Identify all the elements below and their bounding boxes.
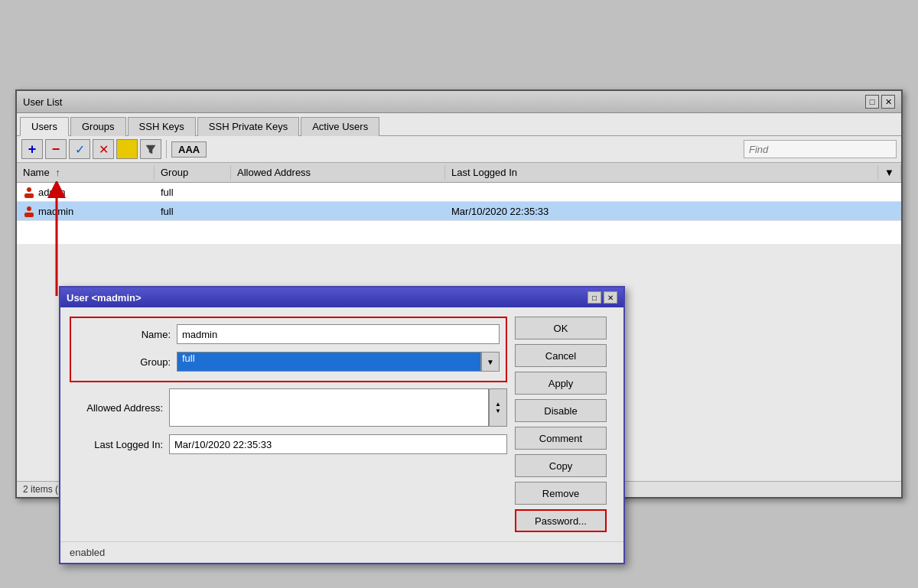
- ok-button[interactable]: OK: [515, 317, 607, 339]
- name-input[interactable]: [177, 324, 500, 344]
- address-label: Allowed Address:: [70, 402, 169, 414]
- table-header: Name ↑ Group Allowed Address Last Logged…: [17, 163, 901, 183]
- modal-controls: □ ✕: [588, 291, 617, 304]
- col-name: Name ↑: [17, 165, 155, 180]
- cell-group: full: [155, 203, 231, 219]
- cell-last-logged-in: [445, 184, 901, 200]
- comment-button[interactable]: Comment: [515, 427, 607, 450]
- modal-status: enabled: [60, 541, 623, 563]
- table-body: admin full madmin full Mar/10/2020 22:35…: [17, 183, 901, 244]
- cell-last-logged-in: Mar/10/2020 22:35:33: [445, 203, 901, 219]
- tab-active-users[interactable]: Active Users: [301, 117, 379, 136]
- name-label: Name:: [77, 329, 177, 340]
- last-logged-label: Last Logged In:: [70, 439, 169, 450]
- password-button[interactable]: Password...: [515, 509, 607, 532]
- col-group: Group: [155, 165, 231, 180]
- apply-button[interactable]: Apply: [515, 372, 607, 395]
- tabs-bar: Users Groups SSH Keys SSH Private Keys A…: [17, 113, 901, 136]
- modal-content: Name: Group: full ▼ Allowed Address:: [60, 307, 623, 541]
- name-group-box: Name: Group: full ▼: [70, 317, 507, 382]
- cell-group: full: [155, 184, 231, 200]
- remove-button[interactable]: −: [45, 139, 67, 159]
- svg-rect-2: [24, 193, 34, 198]
- aaa-button[interactable]: AAA: [171, 141, 207, 158]
- table-row[interactable]: madmin full Mar/10/2020 22:35:33: [17, 202, 901, 221]
- tab-users[interactable]: Users: [20, 117, 69, 136]
- col-last-logged-in: Last Logged In: [445, 165, 878, 180]
- find-input[interactable]: [744, 140, 897, 158]
- window-title: User List: [23, 96, 62, 108]
- toolbar-separator: [166, 140, 167, 158]
- cell-name: admin: [17, 184, 155, 200]
- tab-ssh-private-keys[interactable]: SSH Private Keys: [197, 117, 299, 136]
- address-input[interactable]: [169, 388, 489, 427]
- cell-name: madmin: [17, 203, 155, 219]
- title-bar: User List □ ✕: [17, 91, 901, 113]
- group-select[interactable]: full: [177, 352, 481, 372]
- main-window: User List □ ✕ Users Groups SSH Keys SSH …: [15, 89, 903, 499]
- group-label: Group:: [77, 356, 177, 368]
- address-field-group: Allowed Address: ▲ ▼: [70, 388, 507, 427]
- group-dropdown-arrow[interactable]: ▼: [481, 352, 500, 372]
- toolbar: + − ✓ ✕ AAA: [17, 136, 901, 163]
- filter-icon: [145, 144, 156, 154]
- yellow-square-button[interactable]: [116, 139, 138, 159]
- user-icon: [23, 205, 35, 217]
- last-logged-input: [169, 434, 507, 454]
- user-icon: [23, 186, 35, 198]
- check-button[interactable]: ✓: [69, 139, 90, 159]
- modal-close-button[interactable]: ✕: [604, 291, 617, 304]
- modal-title-bar: User <madmin> □ ✕: [60, 288, 623, 307]
- tab-ssh-keys[interactable]: SSH Keys: [128, 117, 196, 136]
- modal-form: Name: Group: full ▼ Allowed Address:: [70, 317, 507, 532]
- svg-point-3: [27, 206, 31, 211]
- group-select-container: full ▼: [177, 352, 500, 372]
- col-allowed-address: Allowed Address: [231, 165, 445, 180]
- disable-button[interactable]: Disable: [515, 399, 607, 422]
- cross-button[interactable]: ✕: [93, 139, 114, 159]
- copy-button[interactable]: Copy: [515, 454, 607, 477]
- modal-action-buttons: OK Cancel Apply Disable Comment Copy Rem…: [515, 317, 614, 532]
- name-field-group: Name:: [77, 324, 500, 344]
- add-button[interactable]: +: [21, 139, 43, 159]
- table-row[interactable]: admin full: [17, 183, 901, 202]
- sort-arrow: ↑: [55, 167, 60, 178]
- svg-point-1: [27, 187, 31, 192]
- address-arrow-btn[interactable]: ▲ ▼: [489, 388, 507, 427]
- tab-groups[interactable]: Groups: [70, 117, 126, 136]
- modal-status-text: enabled: [70, 547, 105, 558]
- svg-rect-4: [24, 213, 34, 217]
- dropdown-arrow[interactable]: ▼: [878, 165, 901, 180]
- svg-marker-0: [146, 145, 155, 154]
- close-button[interactable]: ✕: [881, 95, 895, 109]
- modal-dialog: User <madmin> □ ✕ Name: Group:: [59, 286, 625, 564]
- title-bar-controls: □ ✕: [865, 95, 895, 109]
- remove-button[interactable]: Remove: [515, 482, 607, 505]
- group-field-group: Group: full ▼: [77, 352, 500, 372]
- cell-allowed-address: [231, 184, 445, 200]
- last-logged-group: Last Logged In:: [70, 434, 507, 454]
- cell-allowed-address: [231, 203, 445, 219]
- minimize-button[interactable]: □: [865, 95, 879, 109]
- modal-title: User <madmin>: [67, 292, 142, 304]
- filter-button[interactable]: [140, 139, 161, 159]
- modal-minimize-button[interactable]: □: [588, 291, 601, 304]
- cancel-button[interactable]: Cancel: [515, 344, 607, 367]
